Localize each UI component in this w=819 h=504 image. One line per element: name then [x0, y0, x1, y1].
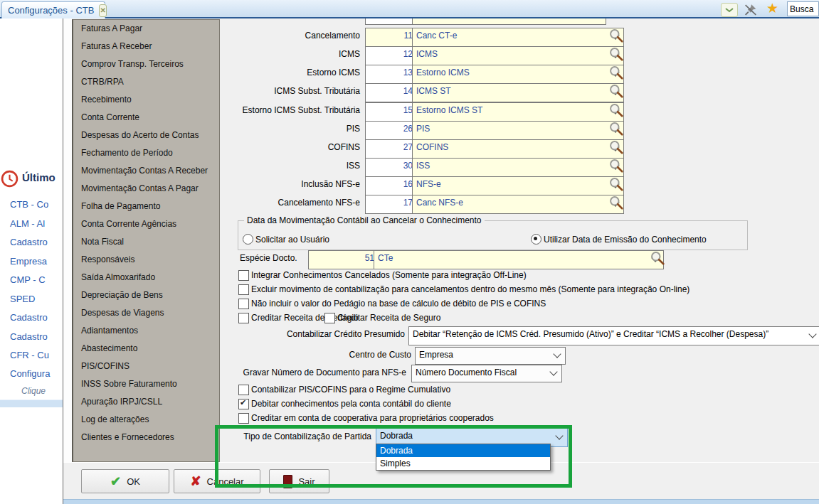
- account-combo[interactable]: PIS: [412, 121, 624, 140]
- recent-link[interactable]: CMP - C: [10, 274, 46, 285]
- checkbox-excluir-movimento[interactable]: [238, 284, 249, 295]
- account-combo[interactable]: ICMS: [412, 46, 624, 65]
- account-combo[interactable]: COFINS: [412, 139, 624, 159]
- sidebar-item[interactable]: Despesas de Viagens: [73, 304, 219, 322]
- gravar-numero-select[interactable]: Número Documento Fiscal: [411, 365, 562, 382]
- recent-link[interactable]: CTB - Co: [10, 199, 48, 210]
- recent-items-heading: Último: [22, 171, 56, 183]
- recent-link[interactable]: Cadastro: [10, 331, 48, 342]
- sidebar-item[interactable]: Responsáveis: [73, 251, 219, 269]
- account-code-field[interactable]: 11: [365, 28, 417, 47]
- sidebar-item[interactable]: Abastecimento: [73, 340, 219, 358]
- radio-utilizar-data-emissao[interactable]: [531, 234, 541, 245]
- field-label: Espécie Docto.: [240, 253, 304, 263]
- search-input[interactable]: [787, 1, 819, 16]
- account-code-field[interactable]: 15: [365, 102, 417, 122]
- tab-bar: Configurações - CTB ✕ ★: [0, 0, 819, 18]
- account-combo[interactable]: Canc CT-e: [412, 28, 624, 47]
- recent-link[interactable]: ALM - Al: [10, 218, 45, 229]
- lookup-icon[interactable]: [608, 195, 624, 210]
- tab-title: Configurações - CTB: [8, 5, 94, 16]
- sidebar-item[interactable]: Log de alterações: [73, 411, 219, 429]
- recent-link[interactable]: SPED: [10, 294, 35, 304]
- checkbox-pis-cofins-cumulativo[interactable]: [238, 385, 249, 395]
- sidebar-item[interactable]: Depreciação de Bens: [73, 286, 219, 304]
- account-code-field[interactable]: 17: [365, 195, 417, 214]
- favorite-star-icon[interactable]: ★: [766, 1, 778, 16]
- config-dialog: Faturas A Pagar Faturas A Receber Compro…: [63, 18, 819, 504]
- field-label: Contabilizar Crédito Presumido: [234, 329, 405, 339]
- sidebar-item[interactable]: Adiantamentos: [73, 322, 219, 340]
- checkbox-creditar-pedagio[interactable]: [238, 313, 249, 323]
- door-icon: [283, 475, 292, 488]
- especie-code-field[interactable]: 51: [308, 250, 379, 269]
- account-code-field[interactable]: 27: [365, 139, 417, 159]
- account-combo[interactable]: Canc NFS-e: [412, 195, 624, 214]
- centro-custo-select[interactable]: Empresa: [415, 347, 566, 365]
- recent-link[interactable]: Configura: [10, 368, 50, 379]
- recent-link[interactable]: Cadastro: [10, 237, 48, 247]
- account-combo[interactable]: Estorno ICMS: [412, 65, 624, 84]
- sidebar-item[interactable]: Saída Almoxarifado: [73, 269, 219, 286]
- account-combo[interactable]: ICMS ST: [412, 83, 624, 102]
- sidebar-item[interactable]: Apuração IRPJ/CSLL: [73, 393, 219, 411]
- clipped-field: [365, 18, 413, 25]
- checkbox-debitar-conhecimentos[interactable]: [238, 399, 249, 409]
- tipo-partida-dropdown-list: Dobrada Simples: [376, 444, 551, 471]
- sidebar-item[interactable]: Nota Fiscal: [73, 233, 219, 251]
- tab-configuracoes-ctb[interactable]: Configurações - CTB ✕: [1, 1, 105, 18]
- account-combo[interactable]: NFS-e: [412, 176, 624, 195]
- account-code-field[interactable]: 12: [365, 46, 417, 65]
- sidebar-item[interactable]: PIS/COFINS: [73, 358, 219, 375]
- x-icon: [190, 473, 201, 489]
- account-code-field[interactable]: 16: [365, 176, 417, 195]
- lookup-icon[interactable]: [608, 139, 624, 155]
- sidebar-item[interactable]: Conta Corrente Agências: [73, 215, 219, 233]
- especie-combo[interactable]: CTe: [374, 250, 664, 269]
- cancel-button[interactable]: Cancelar: [174, 469, 260, 493]
- clipped-field: [412, 18, 606, 25]
- field-label: Centro de Custo: [305, 350, 411, 360]
- checkbox-integrar-cancelados[interactable]: [238, 270, 249, 281]
- radio-solicitar-usuario[interactable]: [243, 234, 253, 245]
- checkbox-label: Excluir movimento de contabilização para…: [251, 284, 689, 294]
- checkbox-label: Não incluir o valor do Pedágio na base d…: [251, 299, 546, 309]
- dropdown-option-simples[interactable]: Simples: [376, 457, 550, 470]
- checkbox-nao-incluir-pedagio[interactable]: [238, 299, 249, 309]
- lookup-icon[interactable]: [650, 250, 665, 266]
- hint-text: Clique: [21, 386, 46, 396]
- account-code-field[interactable]: 30: [365, 158, 417, 177]
- lookup-icon[interactable]: [608, 158, 624, 173]
- account-code-field[interactable]: 13: [365, 65, 417, 84]
- account-code-field[interactable]: 14: [365, 83, 417, 102]
- dropdown-option-dobrada[interactable]: Dobrada: [376, 444, 550, 457]
- field-label: Gravar Número de Documento para NFS-e: [234, 368, 406, 377]
- close-tab-icon[interactable]: ✕: [99, 4, 106, 17]
- ok-button[interactable]: OK: [81, 469, 169, 493]
- account-combo[interactable]: Estorno ICMS ST: [412, 102, 624, 122]
- lookup-icon[interactable]: [608, 102, 624, 118]
- recent-link[interactable]: CFR - Cu: [10, 350, 49, 360]
- lookup-icon[interactable]: [608, 83, 624, 99]
- account-combo[interactable]: ISS: [412, 158, 624, 177]
- lookup-icon[interactable]: [608, 46, 624, 62]
- field-label: Tipo de Contabilização de Partida: [191, 431, 371, 441]
- lookup-icon[interactable]: [608, 65, 624, 80]
- chevron-down-icon[interactable]: [721, 3, 738, 17]
- lookup-icon[interactable]: [608, 121, 624, 136]
- sidebar-item[interactable]: INSS Sobre Faturamento: [73, 375, 219, 393]
- dialog-bottom-edge: [63, 499, 819, 504]
- account-code-field[interactable]: 26: [365, 121, 417, 140]
- credito-presumido-select[interactable]: Debitar “Retenção de ICMS Créd. Presumid…: [408, 326, 819, 345]
- field-label: ISS: [177, 161, 360, 171]
- chevron-down-icon: [555, 431, 563, 439]
- recent-link[interactable]: Cadastro: [10, 312, 48, 323]
- checkbox-creditar-seguro[interactable]: [324, 313, 335, 323]
- exit-button[interactable]: Sair: [269, 469, 329, 493]
- recent-link[interactable]: Empresa: [10, 256, 47, 267]
- field-label: Inclusão NFS-e: [177, 179, 360, 189]
- lookup-icon[interactable]: [608, 176, 624, 192]
- pin-disabled-icon[interactable]: [743, 2, 759, 17]
- checkbox-creditar-cooperativa[interactable]: [238, 413, 249, 424]
- lookup-icon[interactable]: [608, 28, 624, 43]
